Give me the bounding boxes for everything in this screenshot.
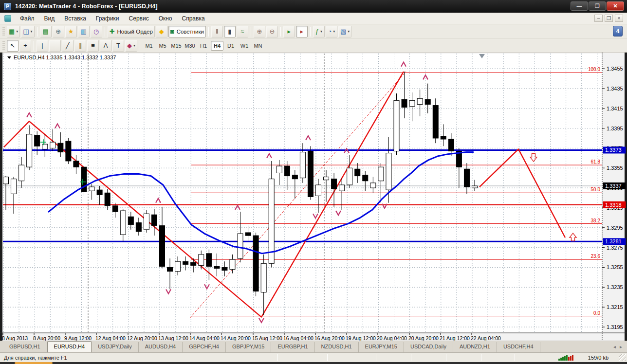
candle xyxy=(151,215,157,225)
expert-advisors-button[interactable]: ◙Советники xyxy=(168,26,206,37)
tab-USDCHF,H4[interactable]: USDCHF,H4 xyxy=(497,342,540,352)
menu-Графики[interactable]: Графики xyxy=(91,14,124,23)
menu-Справка[interactable]: Справка xyxy=(177,14,210,23)
svg-text:20 Aug 04:00: 20 Aug 04:00 xyxy=(377,335,407,341)
vertical-line-button[interactable]: | xyxy=(37,40,48,52)
candle xyxy=(370,183,376,188)
candle xyxy=(472,186,478,188)
mdi-minimize-button[interactable]: – xyxy=(594,15,603,22)
new-order-button[interactable]: ✚Новый Ордер xyxy=(108,26,155,37)
tab-NZDUSD,H1[interactable]: NZDUSD,H1 xyxy=(315,342,359,352)
menu-Файл[interactable]: Файл xyxy=(15,14,39,23)
candle xyxy=(308,151,313,197)
strategy-tester-icon: ◷ xyxy=(93,28,99,35)
zoom-out-button[interactable]: ⊖ xyxy=(266,26,278,37)
profiles-button[interactable]: ◫▾ xyxy=(21,26,34,37)
tab-EURUSD,H4[interactable]: EURUSD,H4 xyxy=(47,341,92,352)
new-chart-button[interactable]: ▦▾ xyxy=(7,26,20,37)
trendline-button[interactable]: ╱ xyxy=(62,40,74,52)
tab-GBPCHF,H4[interactable]: GBPCHF,H4 xyxy=(183,342,226,352)
templates-button[interactable]: ▧▾ xyxy=(338,26,351,37)
line-chart-button[interactable]: ≈ xyxy=(237,26,248,37)
period-button-D1[interactable]: D1 xyxy=(224,41,237,51)
mdi-restore-button[interactable]: ❐ xyxy=(605,15,613,22)
period-button-H1[interactable]: H1 xyxy=(197,41,210,51)
crosshair-button[interactable]: + xyxy=(19,40,31,52)
new-order-label: Новый Ордер xyxy=(117,29,153,35)
period-button-W1[interactable]: W1 xyxy=(238,41,251,51)
candle xyxy=(199,255,204,265)
svg-text:1.3255: 1.3255 xyxy=(607,264,623,270)
chart-canvas[interactable]: 0.023.638.250.061.8100.01.34551.34351.34… xyxy=(0,53,627,341)
horizontal-line-button[interactable]: ― xyxy=(49,40,61,52)
tab-AUDNZD,H1[interactable]: AUDNZD,H1 xyxy=(453,342,497,352)
candle xyxy=(89,187,94,191)
candle xyxy=(58,143,63,152)
candle xyxy=(324,177,329,180)
candle xyxy=(394,100,399,151)
strategy-tester-button[interactable]: ◷ xyxy=(91,26,102,37)
tab-AUDUSD,H4[interactable]: AUDUSD,H4 xyxy=(139,342,183,352)
new-chart-icon: ▦ xyxy=(9,28,15,35)
navigator-button[interactable]: ⊕ xyxy=(53,26,64,37)
period-button-MN[interactable]: MN xyxy=(252,41,264,51)
tab-GBPUSD,H1[interactable]: GBPUSD,H1 xyxy=(3,342,47,352)
candle xyxy=(11,179,17,194)
tab-EURGBP,H1[interactable]: EURGBP,H1 xyxy=(271,342,314,352)
zoom-in-button[interactable]: ⊕ xyxy=(254,26,265,37)
cursor-button[interactable]: ↖ xyxy=(7,40,18,52)
menu-Окно[interactable]: Окно xyxy=(154,14,177,23)
period-button-M30[interactable]: M30 xyxy=(184,41,196,51)
notification-badge[interactable]: 4 xyxy=(613,26,623,36)
svg-text:8 Aug 2013: 8 Aug 2013 xyxy=(2,335,28,341)
data-window-button[interactable]: ▥ xyxy=(78,26,90,37)
svg-text:14 Aug 04:00: 14 Aug 04:00 xyxy=(189,335,220,341)
bars-chart-icon: ‖ xyxy=(216,28,218,35)
periods-button[interactable]: ◔▾ xyxy=(326,26,337,37)
chart-shift-button[interactable]: ▸ xyxy=(296,26,308,37)
period-button-M5[interactable]: M5 xyxy=(156,41,169,51)
text-label-button[interactable]: T xyxy=(112,40,124,52)
crosshair-icon: + xyxy=(23,42,27,49)
profiles-icon: ◫ xyxy=(23,28,29,35)
fibonacci-button[interactable]: ≡ xyxy=(87,40,99,52)
close-button[interactable]: ✕ xyxy=(607,1,624,11)
text-icon: A xyxy=(104,42,108,49)
menu-Вставка[interactable]: Вставка xyxy=(59,14,91,23)
mdi-close-button[interactable]: × xyxy=(615,15,623,22)
tab-scroll-left-icon[interactable]: ◂ xyxy=(613,344,616,349)
favorites-icon: ★ xyxy=(68,28,74,35)
candle xyxy=(292,175,297,179)
app-logo-icon: P xyxy=(4,3,11,10)
favorites-button[interactable]: ★ xyxy=(65,26,77,37)
zoom-in-icon: ⊕ xyxy=(257,28,262,35)
channel-button[interactable]: ∥ xyxy=(74,40,86,52)
maximize-button[interactable]: ❐ xyxy=(589,1,606,11)
svg-text:14 Aug 20:00: 14 Aug 20:00 xyxy=(221,335,251,341)
alerts-button[interactable]: ◆ xyxy=(156,26,167,37)
text-button[interactable]: A xyxy=(100,40,111,52)
arrows-button[interactable]: ◆▾ xyxy=(125,40,137,52)
menu-Сервис[interactable]: Сервис xyxy=(124,14,154,23)
resize-grip[interactable] xyxy=(619,354,626,361)
tab-GBPJPY,M15[interactable]: GBPJPY,M15 xyxy=(226,342,271,352)
chevron-down-icon: ▾ xyxy=(348,29,350,34)
candle xyxy=(441,136,446,139)
tab-USDCAD,Daily[interactable]: USDCAD,Daily xyxy=(404,342,453,352)
title-bar: P 142420: MetaTrader 4 - RoboForex - [EU… xyxy=(0,0,627,13)
auto-scroll-button[interactable]: ▸ xyxy=(283,26,295,37)
minimize-button[interactable]: — xyxy=(571,1,588,11)
indicators-button[interactable]: ƒ▾ xyxy=(313,26,325,37)
period-button-M15[interactable]: M15 xyxy=(170,41,183,51)
chevron-down-icon: ▾ xyxy=(333,29,335,34)
tab-USDJPY,Daily[interactable]: USDJPY,Daily xyxy=(92,342,139,352)
candles-chart-button[interactable]: ▮ xyxy=(224,26,236,37)
candle xyxy=(50,142,55,148)
market-watch-button[interactable]: ▤ xyxy=(40,26,52,37)
period-button-M1[interactable]: M1 xyxy=(143,41,155,51)
tab-EURJPY,M15[interactable]: EURJPY,M15 xyxy=(359,342,404,352)
tab-scroll-right-icon[interactable]: ▸ xyxy=(620,344,622,349)
menu-Вид[interactable]: Вид xyxy=(39,14,60,23)
bars-chart-button[interactable]: ‖ xyxy=(211,26,223,37)
period-button-H4[interactable]: H4 xyxy=(211,41,223,51)
